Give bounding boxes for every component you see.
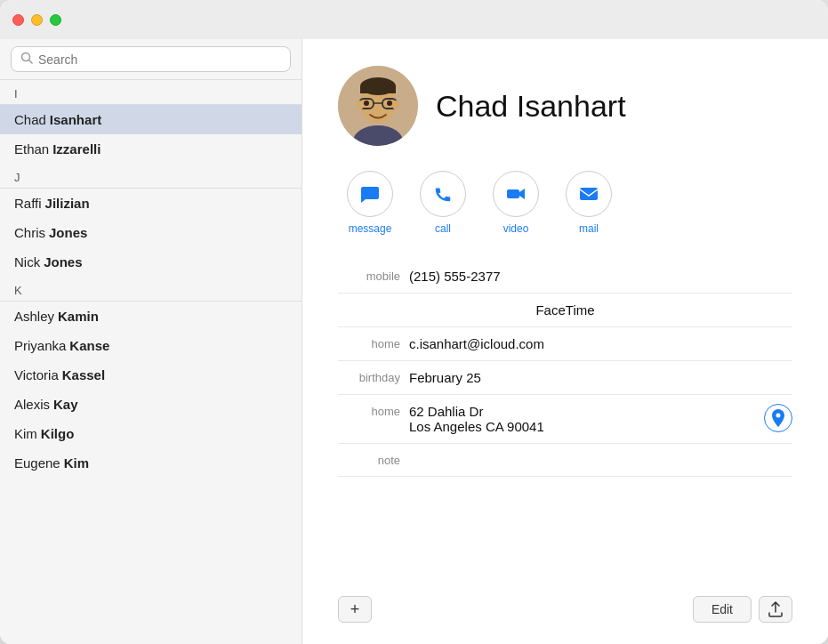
action-buttons: message call [338,171,792,235]
contact-item-victoria-kassel[interactable]: Victoria Kassel [0,360,301,390]
info-row-facetime: FaceTime [338,294,792,327]
svg-point-11 [387,101,392,106]
info-section: mobile (215) 555-2377 FaceTime home c.is… [338,260,792,576]
map-pin-icon[interactable] [764,404,792,432]
field-value-birthday: February 25 [409,370,792,385]
svg-rect-6 [360,86,396,93]
video-button[interactable]: video [493,171,539,235]
avatar [338,66,418,146]
svg-line-1 [29,60,33,64]
search-bar [0,39,301,80]
message-icon [347,171,393,217]
svg-rect-15 [580,188,598,200]
contact-last-name: Kilgo [41,426,75,441]
contact-item-priyanka-kanse[interactable]: Priyanka Kanse [0,331,301,360]
info-row-note: note [338,444,792,477]
info-row-email: home c.isanhart@icloud.com [338,327,792,361]
message-button[interactable]: message [347,171,393,235]
bottom-right: Edit [693,596,792,623]
main-content: I Chad Isanhart Ethan Izzarelli J Raffi … [0,39,828,644]
contact-last-name: Isanhart [50,112,101,127]
field-value-email[interactable]: c.isanhart@icloud.com [409,336,792,351]
field-value-mobile[interactable]: (215) 555-2377 [409,269,792,284]
contact-last-name: Kassel [62,367,105,382]
contact-last-name: Izzarelli [52,141,100,157]
contact-item-chris-jones[interactable]: Chris Jones [0,218,301,247]
contact-last-name: Kim [64,455,89,471]
minimize-button[interactable] [31,14,43,26]
contact-item-eugene-kim[interactable]: Eugene Kim [0,448,301,478]
detail-panel: Chad Isanhart message [302,39,828,644]
share-button[interactable] [759,596,792,623]
bottom-bar: + Edit [338,584,792,626]
field-label-home-address: home [338,404,400,418]
contact-item-raffi-jilizian[interactable]: Raffi Jilizian [0,189,301,218]
video-label: video [503,222,529,235]
svg-point-13 [392,101,399,109]
mail-icon [566,171,612,217]
contact-first-name: Alexis [14,397,50,412]
title-bar [0,0,828,39]
add-contact-button[interactable]: + [338,596,372,623]
info-row-address: home 62 Dahlia DrLos Angeles CA 90041 [338,395,792,444]
message-label: message [349,222,392,235]
call-icon [420,171,466,217]
search-bar-inner [11,46,291,72]
contact-item-nick-jones[interactable]: Nick Jones [0,247,301,277]
call-label: call [435,222,451,235]
contact-last-name: Jilizian [45,196,90,211]
contact-first-name: Chris [14,225,45,240]
facetime-label[interactable]: FaceTime [535,302,594,318]
edit-button[interactable]: Edit [693,596,752,623]
search-icon [20,52,33,67]
maximize-button[interactable] [50,14,61,26]
svg-point-12 [357,101,364,109]
section-header-k: K [0,277,301,301]
contact-first-name: Nick [14,254,40,270]
contact-last-name: Kay [53,397,78,412]
contact-header: Chad Isanhart [338,66,792,146]
contact-first-name: Ethan [14,141,49,157]
mail-label: mail [579,222,599,235]
call-button[interactable]: call [420,171,466,235]
contact-last-name: Jones [44,254,82,270]
field-label-note: note [338,453,400,467]
contact-first-name: Chad [14,112,46,127]
close-button[interactable] [12,14,24,26]
mail-button[interactable]: mail [566,171,612,235]
contact-first-name: Priyanka [14,338,66,353]
contact-first-name: Victoria [14,367,59,382]
info-row-mobile: mobile (215) 555-2377 [338,260,792,294]
field-label-birthday: birthday [338,370,400,384]
contact-item-ashley-kamin[interactable]: Ashley Kamin [0,302,301,331]
contact-first-name: Ashley [14,309,54,324]
contact-item-ethan-izzarelli[interactable]: Ethan Izzarelli [0,134,301,164]
app-window: I Chad Isanhart Ethan Izzarelli J Raffi … [0,0,828,644]
svg-point-10 [364,101,369,106]
contact-first-name: Raffi [14,196,42,211]
contact-item-chad-isanhart[interactable]: Chad Isanhart [0,105,301,134]
info-row-birthday: birthday February 25 [338,361,792,395]
bottom-left: + [338,596,372,623]
field-label-mobile: mobile [338,269,400,283]
sidebar: I Chad Isanhart Ethan Izzarelli J Raffi … [0,39,302,644]
svg-point-16 [776,414,781,418]
contact-first-name: Eugene [14,455,60,471]
field-value-address[interactable]: 62 Dahlia DrLos Angeles CA 90041 [409,404,755,434]
contact-item-kim-kilgo[interactable]: Kim Kilgo [0,419,301,448]
section-header-j: J [0,164,301,188]
field-label-home-email: home [338,336,400,350]
svg-rect-14 [507,189,519,198]
search-input[interactable] [38,52,281,67]
video-icon [493,171,539,217]
contact-item-alexis-kay[interactable]: Alexis Kay [0,390,301,419]
contact-list: I Chad Isanhart Ethan Izzarelli J Raffi … [0,80,301,644]
contact-last-name: Kanse [69,338,109,353]
contact-name: Chad Isanhart [436,89,626,124]
contact-last-name: Jones [49,225,87,240]
contact-last-name: Kamin [58,309,99,324]
contact-first-name: Kim [14,426,37,441]
section-header-i: I [0,80,301,104]
